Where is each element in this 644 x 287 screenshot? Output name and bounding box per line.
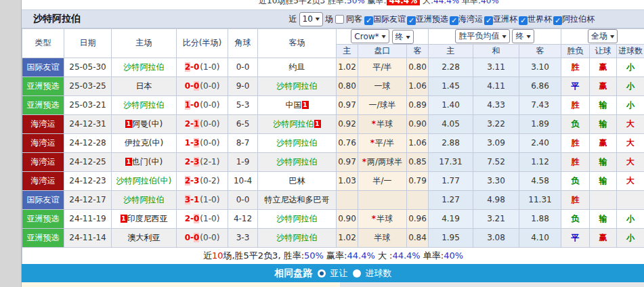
league-checkbox[interactable]: ✓ — [553, 16, 562, 25]
halftime-score: (0-0) — [200, 81, 219, 91]
date-text: 24-12-25 — [69, 157, 106, 167]
handicap-away-odds: 0.84 — [407, 228, 429, 247]
score-cell: 1-0(0-0) — [177, 95, 228, 114]
line-text: 平/半 — [372, 62, 391, 72]
handicap-result-text: 输 — [599, 119, 607, 129]
league-checkbox-label[interactable]: 海湾运 — [458, 14, 483, 24]
team-name: 沙特阿拉伯 — [277, 138, 318, 148]
avg-home-cell: 1.77 — [429, 171, 473, 190]
score-home: 2 — [185, 214, 190, 223]
goals-result-cell: 大 — [617, 133, 644, 152]
avg-home-cell: 1.95 — [429, 228, 473, 247]
avg-type-select[interactable]: 胜平负均值▼ — [455, 29, 509, 43]
avg-draw-cell: 3.11 — [473, 58, 519, 76]
avg-draw-cell: 3.21 — [473, 209, 519, 228]
team-name: 澳大利亚 — [128, 233, 160, 242]
league-checkbox[interactable]: ✓ — [519, 16, 528, 25]
avg-value: 4.11 — [487, 81, 505, 91]
league-checkbox[interactable]: ✓ — [407, 16, 416, 25]
stats-win-rate: 50% — [347, 0, 365, 5]
league-checkbox-label[interactable]: 阿拉伯杯 — [562, 14, 595, 24]
goals-label[interactable]: 进球数 — [366, 267, 392, 280]
score-away: 0 — [194, 100, 199, 110]
match-row: 国际友谊24-12-17沙特阿拉伯3-1(1-0)0-0特立尼达和多巴哥1.27… — [22, 190, 644, 209]
league-checkbox-label[interactable]: 亚洲预选 — [416, 14, 448, 24]
handicap-home-odds: 0.80 — [337, 76, 358, 95]
league-checkbox[interactable]: ✓ — [450, 16, 458, 25]
handicap-result-text: 赢 — [599, 81, 607, 91]
match-count-select[interactable]: 10 ▼ — [299, 12, 323, 26]
halftime-score: (1-0) — [200, 214, 219, 223]
match-row: 海湾运24-12-251也门(中)2-3(2-1)1-9沙特阿拉伯0.97*两/… — [22, 152, 644, 171]
odds-company-select[interactable]: Crow*▼ — [351, 29, 389, 43]
summary-win-rate: 50% — [304, 250, 324, 261]
corner-score: 9-0 — [236, 81, 250, 91]
date-text: 24-12-23 — [69, 176, 106, 185]
avg-value: 6.86 — [531, 81, 549, 91]
league-checkbox[interactable]: ✓ — [484, 16, 493, 25]
goals-radio[interactable] — [353, 269, 361, 278]
same-away-checkbox[interactable] — [335, 15, 344, 24]
team-title: 沙特阿拉伯 — [22, 13, 81, 25]
avg-value: 2.88 — [442, 138, 460, 148]
scope-value: 全场 — [591, 30, 607, 42]
corner-cell: 6-5 — [228, 114, 258, 133]
line-text: 半球 — [377, 119, 393, 129]
avg-value: 1.12 — [531, 157, 549, 167]
avg-home-cell: 1.45 — [429, 76, 473, 95]
handicap-away-odds: 1.06 — [407, 133, 429, 152]
odds-time-select[interactable]: 终▼ — [392, 30, 414, 44]
avg-draw-cell: 3.08 — [473, 228, 519, 247]
match-history-panel: 近10场胜5平2负3 胜率:50% 赢率:44.4% 大:44.4% 单率:40… — [0, 0, 644, 287]
odds-value: 0.90 — [408, 119, 427, 129]
match-date: 25-05-30 — [64, 58, 112, 76]
scope-select[interactable]: 全场▼ — [588, 29, 618, 43]
league-checkbox-label[interactable]: 世界杯 — [528, 14, 552, 24]
match-date: 24-12-25 — [64, 152, 112, 171]
league-badge: 海湾运 — [22, 171, 64, 190]
team-name: 沙特阿拉伯 — [274, 119, 314, 129]
goals-result-cell: 小 — [617, 228, 644, 247]
avg-away-cell: 3.10 — [519, 58, 561, 76]
avg-draw-cell: 4.98 — [473, 190, 519, 209]
handicap-line: 平/半 — [358, 58, 407, 76]
team-name: 沙特阿拉伯 — [277, 233, 318, 242]
stats-mid2: 大: — [420, 0, 433, 5]
asian-handicap-radio[interactable] — [318, 269, 326, 278]
avg-time-select[interactable]: 终▼ — [512, 29, 534, 43]
line-text: 半球 — [377, 214, 393, 223]
handicap-result-text: 输 — [599, 100, 607, 110]
score-cell: 2-0(1-0) — [177, 58, 228, 76]
corner-cell: 10-4 — [228, 171, 258, 190]
line-text: 平/半 — [375, 138, 394, 148]
star-icon: * — [370, 138, 374, 148]
stats-single-rate: 40% — [481, 0, 499, 5]
odds-value: 0.80 — [408, 62, 427, 72]
content-area: 近10场胜5平2负3 胜率:50% 赢率:44.4% 大:44.4% 单率:40… — [21, 0, 644, 287]
asian-handicap-label[interactable]: 亚让 — [330, 267, 348, 280]
league-checkbox-label[interactable]: 国际友谊 — [373, 14, 406, 24]
corner-cell: 9-0 — [228, 76, 258, 95]
col-corner: 角球 — [228, 29, 258, 58]
handicap-home-odds: 1.03 — [337, 171, 358, 190]
home-team-cell: 沙特阿拉伯 — [112, 190, 177, 209]
handicap-line: 半球 — [358, 228, 407, 247]
score-away: 1 — [194, 119, 199, 129]
result-cell: 平 — [561, 76, 590, 95]
avg-value: 2.28 — [442, 62, 460, 72]
away-team-cell: 巴林 — [258, 171, 337, 190]
home-team-cell: 1也门(中) — [112, 152, 177, 171]
home-team-cell: 伊拉克(中) — [112, 133, 177, 152]
result-text: 负 — [572, 214, 580, 223]
avg-value: 4.10 — [531, 233, 549, 242]
col-result: 胜负 — [561, 44, 590, 58]
col-away: 客场 — [258, 29, 337, 58]
odds-value: 1.02 — [338, 233, 356, 242]
corner-cell: 5-3 — [228, 95, 258, 114]
away-team-cell: 沙特阿拉伯 — [258, 228, 337, 247]
col-score: 比分(半场) — [177, 29, 228, 58]
league-checkbox-label[interactable]: 亚洲杯 — [493, 14, 517, 24]
handicap-result-cell: 赢 — [590, 58, 617, 76]
league-checkbox[interactable]: ✓ — [364, 16, 373, 25]
odds-value: 1.06 — [408, 138, 427, 148]
